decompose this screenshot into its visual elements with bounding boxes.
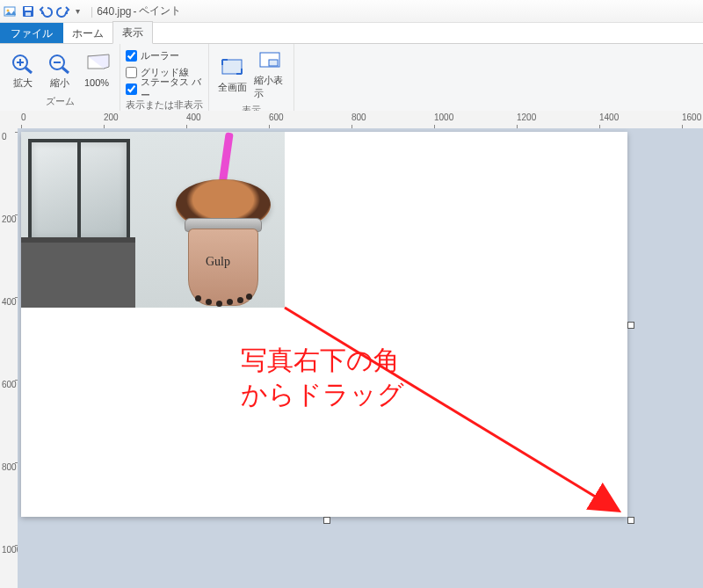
title-filename: 640.jpg — [97, 5, 131, 18]
check-statusbar-input[interactable] — [126, 83, 137, 95]
quick-access-toolbar: ▾ — [21, 4, 82, 18]
ruler-v-tick: 0 — [2, 132, 7, 142]
check-statusbar[interactable]: ステータス バー — [126, 81, 203, 97]
titlebar: ▾ | 640.jpg - ペイント — [0, 0, 703, 23]
group-zoom: 拡大 縮小 100% ズーム — [0, 44, 120, 111]
save-icon[interactable] — [21, 4, 35, 18]
check-ruler-input[interactable] — [126, 50, 137, 62]
zoom-out-label: 縮小 — [50, 76, 69, 90]
group-display: 全画面 縮小表示 表示 — [209, 44, 294, 111]
ruler-v-tick: 600 — [2, 380, 17, 389]
ribbon: 拡大 縮小 100% ズーム ルーラー — [0, 43, 703, 112]
check-gridlines-input[interactable] — [126, 67, 137, 78]
fullscreen-button[interactable]: 全画面 — [214, 54, 250, 96]
annotation-text: 写真右下の角 からドラッグ — [241, 343, 404, 411]
photo-boba — [206, 299, 212, 305]
ruler-h-tick: 1600 — [682, 113, 701, 122]
photo-jar-label: Gulp — [206, 255, 230, 269]
annotation-line2: からドラッグ — [241, 377, 404, 411]
check-ruler[interactable]: ルーラー — [126, 47, 179, 63]
photo-boba — [237, 297, 243, 303]
tab-view[interactable]: 表示 — [112, 21, 153, 44]
photo-image: Gulp — [21, 132, 285, 308]
ruler-h-tick: 800 — [352, 113, 366, 122]
group-show: ルーラー グリッド線 ステータス バー 表示または非表示 — [120, 44, 209, 111]
thumbnail-button[interactable]: 縮小表示 — [252, 47, 288, 102]
ruler-h-tick: 1200 — [517, 113, 536, 122]
ruler-v-tick: 400 — [2, 297, 17, 307]
canvas-viewport[interactable]: Gulp 写真右下の角 — [18, 128, 703, 588]
photo-boba — [246, 294, 252, 300]
fullscreen-label: 全画面 — [218, 81, 247, 94]
zoom-out-button[interactable]: 縮小 — [42, 50, 77, 91]
window-title: | 640.jpg - ペイント — [87, 4, 181, 18]
ruler-v-tick: 800 — [2, 462, 17, 472]
zoom-100-icon — [83, 53, 111, 76]
svg-rect-4 — [25, 12, 31, 16]
svg-line-10 — [62, 68, 69, 73]
photo-boba — [216, 301, 222, 307]
svg-rect-3 — [25, 7, 32, 11]
canvas[interactable]: Gulp 写真右下の角 — [21, 132, 627, 517]
ruler-h-tick: 400 — [186, 113, 201, 122]
qat-dropdown-icon[interactable]: ▾ — [74, 6, 82, 16]
photo-boba — [227, 299, 233, 305]
svg-line-6 — [25, 68, 32, 73]
photo-counter — [21, 237, 135, 308]
ruler-v-tick: 200 — [2, 214, 17, 224]
zoom-in-button[interactable]: 拡大 — [5, 50, 40, 91]
canvas-handle-right[interactable] — [627, 322, 634, 329]
workspace: 02004006008001000120014001600 0200400600… — [0, 111, 703, 588]
check-ruler-label: ルーラー — [141, 49, 179, 62]
redo-icon[interactable] — [56, 4, 70, 18]
zoom-out-icon — [46, 52, 74, 75]
zoom-100-button[interactable]: 100% — [79, 51, 114, 90]
group-zoom-label: ズーム — [0, 93, 120, 111]
ruler-h-tick: 1400 — [599, 113, 619, 122]
photo-window — [28, 139, 130, 243]
zoom-in-icon — [9, 52, 37, 75]
undo-icon[interactable] — [39, 4, 53, 18]
zoom-in-label: 拡大 — [13, 76, 33, 90]
svg-rect-15 — [269, 60, 278, 66]
thumbnail-label: 縮小表示 — [254, 74, 286, 100]
ribbon-tabs: ファイル ホーム 表示 — [0, 23, 703, 44]
svg-rect-13 — [222, 60, 242, 74]
canvas-handle-corner[interactable] — [627, 517, 634, 524]
ruler-v-tick: 1000 — [2, 545, 18, 555]
thumbnail-icon — [257, 49, 285, 72]
canvas-handle-bottom[interactable] — [323, 517, 330, 524]
zoom-100-label: 100% — [84, 77, 109, 88]
tab-home[interactable]: ホーム — [63, 23, 112, 44]
ruler-h-tick: 600 — [269, 113, 284, 122]
ruler-horizontal[interactable]: 02004006008001000120014001600 — [18, 111, 703, 129]
title-appname: ペイント — [139, 4, 181, 18]
app-icon — [4, 4, 18, 18]
ruler-vertical[interactable]: 02004006008001000 — [0, 128, 18, 588]
annotation-line1: 写真右下の角 — [241, 343, 404, 377]
fullscreen-icon — [219, 56, 247, 79]
photo-boba — [195, 295, 201, 301]
tab-file[interactable]: ファイル — [0, 23, 63, 44]
ruler-h-tick: 1000 — [434, 113, 453, 122]
ruler-corner — [0, 111, 18, 129]
ruler-h-tick: 0 — [21, 113, 26, 122]
ruler-h-tick: 200 — [104, 113, 119, 122]
